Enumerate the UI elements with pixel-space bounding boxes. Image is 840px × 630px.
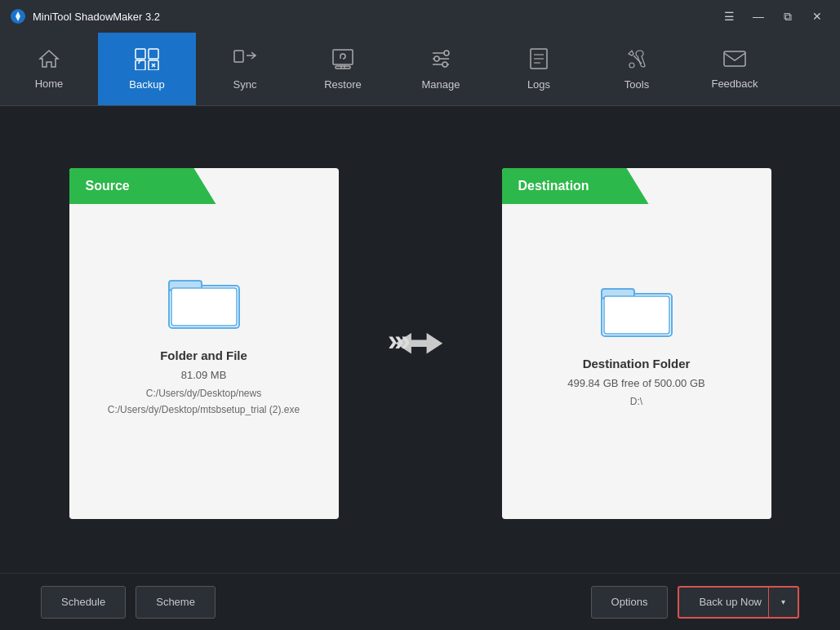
footer-right: Options Back up Now ▾ [591,586,799,619]
backup-now-dropdown-icon[interactable]: ▾ [768,588,798,617]
title-bar-controls: ☰ — ⧉ ✕ [716,5,830,28]
source-size: 81.09 MB [181,369,227,381]
nav-backup-label: Backup [129,78,164,91]
svg-point-11 [444,51,449,55]
destination-folder-icon [600,277,673,342]
nav-manage[interactable]: Manage [392,33,490,105]
destination-title: Destination Folder [583,357,691,370]
nav-manage-label: Manage [422,78,460,91]
nav-logs[interactable]: Logs [490,33,588,105]
main-content: Source Folder and File 81.09 MB C:/Users… [0,106,840,573]
svg-rect-6 [333,50,353,64]
svg-point-12 [434,56,439,61]
destination-drive: D:\ [630,394,642,410]
nav-logs-label: Logs [527,78,550,91]
nav-tools[interactable]: Tools [588,33,686,105]
menu-button[interactable]: ☰ [716,5,742,28]
destination-header: Destination [502,168,649,204]
minimize-button[interactable]: — [745,5,771,28]
sync-icon [233,47,257,73]
title-bar-left: MiniTool ShadowMaker 3.2 [10,8,160,24]
svg-rect-7 [336,66,350,69]
nav-home-label: Home [35,78,64,90]
nav-feedback[interactable]: Feedback [686,33,784,105]
nav-home[interactable]: Home [0,33,98,105]
svg-rect-1 [136,49,145,59]
nav-sync[interactable]: Sync [196,33,294,105]
destination-free-space: 499.84 GB free of 500.00 GB [567,377,704,389]
feedback-icon [722,48,747,73]
svg-rect-22 [171,288,237,326]
svg-point-18 [629,63,634,68]
svg-text:›››: ››› [388,324,410,357]
options-button[interactable]: Options [591,586,669,619]
home-icon [38,48,60,73]
source-folder-icon [167,269,241,334]
nav-restore[interactable]: Restore [294,33,392,105]
navbar: Home Backup Sync [0,33,840,106]
close-button[interactable]: ✕ [804,5,830,28]
scheme-button[interactable]: Scheme [136,586,216,619]
source-card[interactable]: Source Folder and File 81.09 MB C:/Users… [69,168,339,519]
footer: Schedule Scheme Options Back up Now ▾ [0,573,840,630]
svg-rect-5 [234,51,243,62]
nav-restore-label: Restore [324,78,362,91]
svg-rect-19 [724,51,745,66]
backup-icon [134,47,160,73]
svg-point-13 [442,62,447,67]
backup-now-button[interactable]: Back up Now ▾ [678,586,799,619]
footer-left: Schedule Scheme [41,586,216,619]
source-paths: C:/Users/dy/Desktop/news C:/Users/dy/Des… [108,386,300,417]
nav-feedback-label: Feedback [711,78,758,90]
manage-icon [429,47,453,73]
destination-card[interactable]: Destination Destination Folder 499.84 GB… [502,168,771,519]
source-header: Source [69,168,216,204]
nav-tools-label: Tools [624,78,649,91]
app-title: MiniTool ShadowMaker 3.2 [33,11,160,23]
restore-button[interactable]: ⧉ [775,5,801,28]
title-bar: MiniTool ShadowMaker 3.2 ☰ — ⧉ ✕ [0,0,840,33]
nav-sync-label: Sync [233,78,257,91]
nav-backup[interactable]: Backup [98,33,196,105]
app-logo [10,8,26,24]
schedule-button[interactable]: Schedule [41,586,126,619]
logs-icon [527,47,550,73]
svg-rect-26 [604,296,669,334]
restore-icon [331,47,355,73]
tools-icon [625,47,648,73]
source-title: Folder and File [160,348,247,362]
arrow-container: ››› [388,323,453,364]
svg-rect-3 [136,60,145,70]
svg-rect-2 [149,49,158,59]
